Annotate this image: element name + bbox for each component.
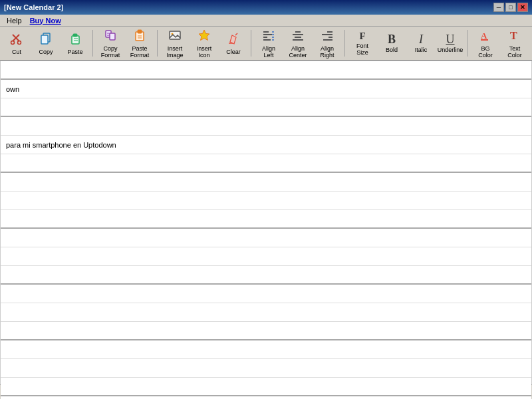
toolbar: Cut Copy Paste bbox=[0, 27, 532, 61]
cut-icon bbox=[10, 32, 23, 47]
title-bar: [New Calendar 2] ─ □ ✕ bbox=[0, 0, 532, 15]
menu-buy-now[interactable]: Buy Now bbox=[26, 16, 65, 25]
svg-rect-11 bbox=[110, 33, 115, 40]
bg-color-button[interactable]: A BG Color bbox=[471, 28, 499, 59]
clear-icon bbox=[227, 32, 240, 47]
svg-rect-40 bbox=[481, 39, 488, 41]
bold-label: Bold bbox=[386, 47, 398, 53]
insert-image-icon bbox=[168, 29, 182, 44]
svg-rect-27 bbox=[272, 31, 274, 33]
svg-rect-33 bbox=[295, 37, 301, 38]
text-color-label: Text Color bbox=[503, 45, 527, 59]
content-line bbox=[1, 285, 531, 303]
paste-button[interactable]: Paste bbox=[61, 28, 89, 59]
title-bar-controls: ─ □ ✕ bbox=[493, 3, 528, 12]
title-bar-left: [New Calendar 2] bbox=[4, 3, 63, 11]
align-right-label: Align Right bbox=[315, 45, 339, 59]
align-center-button[interactable]: Align Center bbox=[284, 28, 312, 59]
svg-rect-32 bbox=[293, 34, 303, 35]
svg-rect-38 bbox=[323, 39, 332, 41]
align-center-icon bbox=[291, 29, 305, 44]
text-color-icon: T bbox=[508, 29, 521, 44]
svg-rect-24 bbox=[263, 34, 272, 35]
sep3 bbox=[251, 30, 251, 57]
italic-icon: I bbox=[419, 33, 423, 45]
italic-button[interactable]: I Italic bbox=[407, 28, 435, 59]
content-line bbox=[1, 229, 531, 247]
content-line bbox=[1, 378, 531, 396]
content-line bbox=[1, 396, 531, 399]
align-left-button[interactable]: Align Left bbox=[255, 28, 283, 59]
content-line bbox=[1, 61, 531, 80]
content-line: para mi smartphone en Uptodown bbox=[1, 136, 531, 154]
insert-icon-label: Insert Icon bbox=[192, 45, 216, 59]
sep4 bbox=[344, 30, 345, 57]
text-color-button[interactable]: T Text Color bbox=[501, 28, 529, 59]
app-title: [New Calendar 2] bbox=[4, 3, 63, 11]
svg-rect-37 bbox=[329, 37, 332, 38]
bg-color-label: BG Color bbox=[473, 45, 497, 59]
align-right-button[interactable]: Align Right bbox=[313, 28, 341, 59]
font-size-label: Font Size bbox=[350, 43, 374, 56]
content-line bbox=[1, 340, 531, 359]
svg-marker-20 bbox=[199, 30, 209, 41]
insert-icon-button[interactable]: Insert Icon bbox=[190, 28, 218, 59]
paste-format-button[interactable]: Paste Format bbox=[126, 28, 154, 59]
sep1 bbox=[92, 30, 93, 57]
underline-button[interactable]: U Underline bbox=[436, 28, 464, 59]
minimize-button[interactable]: ─ bbox=[493, 3, 504, 12]
content-line bbox=[1, 303, 531, 322]
svg-rect-35 bbox=[327, 31, 332, 33]
align-right-icon bbox=[321, 29, 334, 44]
copy-format-button[interactable]: Copy Format bbox=[96, 28, 124, 59]
svg-rect-15 bbox=[138, 30, 142, 33]
svg-rect-28 bbox=[272, 34, 274, 35]
insert-image-button[interactable]: Insert Image bbox=[161, 28, 189, 59]
cut-button[interactable]: Cut bbox=[3, 28, 31, 59]
copy-button[interactable]: Copy bbox=[32, 28, 60, 59]
menu-help[interactable]: Help bbox=[3, 16, 26, 25]
close-button[interactable]: ✕ bbox=[517, 3, 528, 12]
sep5 bbox=[467, 30, 468, 57]
clear-label: Clear bbox=[226, 49, 241, 55]
insert-image-label: Insert Image bbox=[163, 45, 187, 59]
insert-icon-icon bbox=[198, 29, 211, 44]
content-line bbox=[1, 359, 531, 378]
paste-format-icon bbox=[133, 29, 146, 44]
svg-rect-23 bbox=[263, 31, 269, 33]
content-line bbox=[1, 154, 531, 173]
svg-point-3 bbox=[18, 41, 21, 44]
svg-rect-7 bbox=[73, 34, 77, 37]
content-line bbox=[1, 117, 531, 136]
copy-format-label: Copy Format bbox=[98, 45, 122, 59]
font-size-button[interactable]: F Font Size bbox=[348, 28, 376, 59]
svg-rect-36 bbox=[322, 34, 332, 35]
cut-label: Cut bbox=[12, 49, 21, 55]
svg-rect-25 bbox=[263, 37, 267, 38]
svg-text:A: A bbox=[481, 31, 487, 41]
copy-label: Copy bbox=[39, 49, 53, 55]
paste-label: Paste bbox=[67, 49, 82, 55]
underline-icon: U bbox=[446, 33, 455, 45]
maximize-button[interactable]: □ bbox=[505, 3, 516, 12]
bold-button[interactable]: B Bold bbox=[378, 28, 406, 59]
svg-line-22 bbox=[235, 33, 237, 35]
menu-bar: Help Buy Now bbox=[0, 15, 532, 27]
content-line bbox=[1, 98, 531, 117]
svg-text:T: T bbox=[510, 30, 517, 41]
align-left-label: Align Left bbox=[257, 45, 281, 59]
copy-format-icon bbox=[104, 29, 117, 44]
bg-color-icon: A bbox=[479, 29, 492, 44]
content-area[interactable]: ownpara mi smartphone en Uptodown bbox=[0, 61, 532, 384]
content-line: own bbox=[1, 80, 531, 98]
clear-button[interactable]: Clear bbox=[219, 28, 247, 59]
bold-icon: B bbox=[388, 33, 396, 45]
svg-rect-6 bbox=[72, 36, 79, 44]
content-line bbox=[1, 173, 531, 192]
svg-rect-5 bbox=[41, 35, 48, 44]
svg-rect-26 bbox=[263, 39, 271, 41]
italic-label: Italic bbox=[415, 47, 428, 53]
svg-rect-29 bbox=[272, 37, 274, 38]
paste-format-label: Paste Format bbox=[128, 45, 152, 59]
svg-rect-18 bbox=[170, 31, 180, 39]
